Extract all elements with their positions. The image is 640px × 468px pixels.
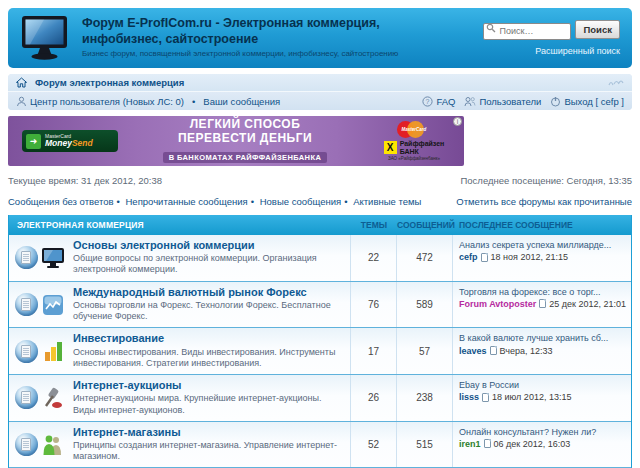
logout-link[interactable]: Выход [ cefp ] bbox=[564, 96, 624, 107]
goto-last-post-icon[interactable] bbox=[482, 393, 489, 402]
posts-count: 57 bbox=[397, 328, 453, 374]
moneysend-logo: ➜ MasterCard MoneySend bbox=[22, 130, 118, 152]
lastpost-column-header: ПОСЛЕДНЕЕ СООБЩЕНИЕ bbox=[453, 220, 631, 230]
forum-status-icon bbox=[15, 293, 38, 316]
posts-count: 238 bbox=[397, 375, 453, 421]
search-button[interactable]: Поиск bbox=[575, 20, 620, 39]
forum-description: Основы торговли на Форекс. Технологии Фо… bbox=[73, 300, 344, 323]
last-post-title-link[interactable]: В какой валюте лучше хранить сб... bbox=[459, 332, 627, 344]
font-size-icon[interactable] bbox=[608, 78, 624, 87]
breadcrumb[interactable]: Форум электронная коммерция bbox=[35, 77, 184, 88]
advertisement-banner[interactable]: ➜ MasterCard MoneySend ЛЕГКИЙ СПОСОБ ПЕР… bbox=[8, 116, 464, 166]
your-posts-link[interactable]: Ваши сообщения bbox=[203, 96, 280, 107]
posts-count: 515 bbox=[397, 422, 453, 468]
raiffeisen-bank-word: БАНК bbox=[400, 148, 419, 155]
goto-last-post-icon[interactable] bbox=[539, 299, 546, 308]
posts-count: 589 bbox=[397, 282, 453, 328]
goto-last-post-icon[interactable] bbox=[490, 346, 497, 355]
raiffeisen-subtext: ЗАО «Райффайзенбанк» bbox=[372, 156, 456, 161]
forex-chart-icon bbox=[40, 293, 66, 317]
forum-row: Инвестирование Основы инвестирования. Ви… bbox=[9, 327, 631, 374]
forum-row: Интернет-аукционы Интернет-аукционы мира… bbox=[9, 374, 631, 421]
logout-power-icon bbox=[550, 96, 561, 107]
last-post-date: 18 июл 2012, 13:15 bbox=[492, 391, 571, 403]
last-post-title-link[interactable]: Анализ секрета успеха миллиарде... bbox=[459, 239, 627, 251]
last-post-user-link[interactable]: lisss bbox=[459, 391, 479, 403]
forum-row: Международный валютный рынок Форекс Осно… bbox=[9, 281, 631, 328]
last-visit-text: Последнее посещение: Сегодня, 13:35 bbox=[460, 175, 632, 186]
page: Форум E-ProfICom.ru - Электронная коммер… bbox=[8, 0, 632, 468]
moneysend-arrow-icon: ➜ bbox=[26, 134, 41, 149]
auction-gavel-icon bbox=[40, 386, 66, 410]
last-post-date: 18 ноя 2012, 21:15 bbox=[491, 251, 568, 263]
new-posts-link[interactable]: Новые сообщения bbox=[260, 196, 342, 207]
last-post-user-link[interactable]: Forum Avtoposter bbox=[459, 298, 536, 310]
svg-text:?: ? bbox=[426, 98, 430, 105]
forum-table: ЭЛЕКТРОННАЯ КОММЕРЦИЯ ТЕМЫ СООБЩЕНИЙ ПОС… bbox=[8, 215, 632, 468]
forum-description: Общие вопросы по электронной коммерции. … bbox=[73, 253, 344, 276]
mastercard-word: MasterCard bbox=[393, 127, 435, 132]
unread-posts-link[interactable]: Непрочитанные сообщения bbox=[125, 196, 247, 207]
posts-column-header: СООБЩЕНИЙ bbox=[397, 220, 453, 230]
topics-count: 17 bbox=[351, 328, 397, 374]
forum-title-link[interactable]: Инвестирование bbox=[73, 332, 344, 345]
goto-last-post-icon[interactable] bbox=[481, 253, 488, 262]
category-title[interactable]: ЭЛЕКТРОННАЯ КОММЕРЦИЯ bbox=[9, 220, 351, 230]
members-link[interactable]: Пользователи bbox=[479, 96, 541, 107]
forum-title-link[interactable]: Интернет-аукционы bbox=[73, 379, 344, 392]
forum-title-link[interactable]: Международный валютный рынок Форекс bbox=[73, 286, 344, 299]
forum-title-link[interactable]: Основы электронной коммерции bbox=[73, 239, 344, 252]
members-icon bbox=[464, 96, 476, 107]
ad-info-icon[interactable]: i bbox=[453, 117, 462, 126]
site-title[interactable]: Форум E-ProfICom.ru - Электронная коммер… bbox=[82, 16, 412, 47]
nav-bars: Форум электронная коммерция Центр пользо… bbox=[8, 74, 632, 110]
moneysend-product: Money bbox=[45, 138, 72, 148]
moneysend-product-2: Send bbox=[72, 138, 93, 148]
forum-status-icon bbox=[15, 340, 38, 363]
mark-forums-read-link[interactable]: Отметить все форумы как прочитанные bbox=[456, 196, 632, 207]
last-post-user-link[interactable]: leaves bbox=[459, 345, 487, 357]
mastercard-logo: MasterCard bbox=[393, 121, 435, 138]
faq-link[interactable]: FAQ bbox=[436, 96, 455, 107]
site-logo-monitor-icon bbox=[20, 15, 70, 61]
forum-row: Основы электронной коммерции Общие вопро… bbox=[9, 235, 631, 281]
raiffeisen-name: Райффайзен bbox=[400, 140, 445, 147]
ad-headline-line2: ПЕРЕВЕСТИ ДЕНЬГИ bbox=[118, 132, 372, 146]
monitor-icon bbox=[40, 246, 66, 270]
forum-title-link[interactable]: Интернет-магазины bbox=[73, 426, 344, 439]
shoppers-icon bbox=[40, 433, 66, 457]
last-post-user-link[interactable]: iren1 bbox=[459, 438, 481, 450]
posts-count: 472 bbox=[397, 235, 453, 281]
current-time-text: Текущее время: 31 дек 2012, 20:38 bbox=[8, 175, 162, 186]
active-topics-link[interactable]: Активные темы bbox=[353, 196, 421, 207]
last-post-title-link[interactable]: Ebay в России bbox=[459, 379, 627, 391]
last-post-title-link[interactable]: Торговля на форексе: все о торг... bbox=[459, 286, 627, 298]
last-post-user-link[interactable]: cefp bbox=[459, 251, 478, 263]
user-icon bbox=[16, 96, 27, 107]
topics-count: 76 bbox=[351, 282, 397, 328]
faq-icon: ? bbox=[422, 96, 433, 107]
forum-status-icon bbox=[15, 386, 38, 409]
forum-table-header: ЭЛЕКТРОННАЯ КОММЕРЦИЯ ТЕМЫ СООБЩЕНИЙ ПОС… bbox=[9, 215, 631, 235]
forum-description: Основы инвестирования. Виды инвестирован… bbox=[73, 347, 344, 370]
ad-headline-line1: ЛЕГКИЙ СПОСОБ bbox=[118, 118, 372, 132]
goto-last-post-icon[interactable] bbox=[484, 439, 491, 448]
site-header: Форум E-ProfICom.ru - Электронная коммер… bbox=[8, 8, 632, 68]
last-post-date: 06 дек 2012, 16:03 bbox=[494, 438, 571, 450]
last-post-date: Вчера, 12:33 bbox=[500, 345, 553, 357]
topics-column-header: ТЕМЫ bbox=[351, 220, 397, 230]
search-icon bbox=[486, 23, 496, 33]
home-icon[interactable] bbox=[16, 77, 27, 88]
forum-status-icon bbox=[15, 433, 38, 456]
last-post-title-link[interactable]: Онлайн консультант? Нужен ли? bbox=[459, 426, 627, 438]
user-control-panel-link[interactable]: Центр пользователя (Новых ЛС: 0) bbox=[30, 96, 184, 107]
advanced-search-link[interactable]: Расширенный поиск bbox=[535, 46, 620, 56]
topics-count: 22 bbox=[351, 235, 397, 281]
search-input[interactable] bbox=[483, 23, 571, 40]
unanswered-posts-link[interactable]: Сообщения без ответов bbox=[8, 196, 114, 207]
forum-description: Интернет-аукционы мира. Крупнейшие интер… bbox=[73, 393, 344, 416]
topics-count: 52 bbox=[351, 422, 397, 468]
ad-subline: В БАНКОМАТАХ РАЙФФАЙЗЕНБАНКА bbox=[163, 152, 327, 163]
forum-description: Принципы создания интернет-магазина. Упр… bbox=[73, 440, 344, 463]
forum-status-icon bbox=[15, 246, 38, 269]
